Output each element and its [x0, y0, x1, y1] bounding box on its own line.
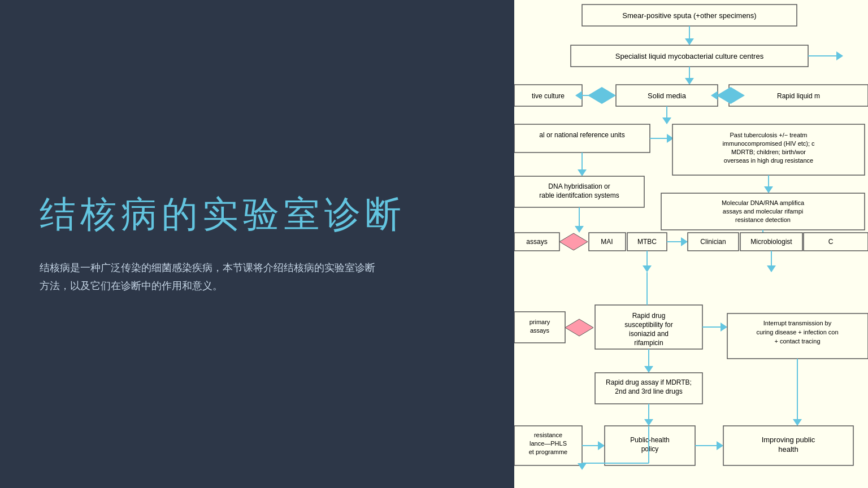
svg-text:lance—PHLS: lance—PHLS [530, 440, 567, 447]
svg-text:isoniazid and: isoniazid and [629, 330, 669, 338]
svg-text:Improving public: Improving public [762, 435, 815, 444]
svg-text:Interrupt transmission by: Interrupt transmission by [763, 320, 832, 326]
svg-text:al or national reference units: al or national reference units [539, 131, 624, 139]
svg-text:C: C [828, 238, 834, 246]
svg-text:et programme: et programme [529, 448, 567, 455]
svg-text:MTBC: MTBC [637, 238, 657, 246]
left-panel: 结核病的实验室诊断 结核病是一种广泛传染的细菌感染疾病，本节课将介绍结核病的实验… [0, 0, 514, 488]
svg-text:Public-health: Public-health [630, 436, 669, 444]
svg-text:immunocompromised (HIV etc); c: immunocompromised (HIV etc); c [722, 140, 815, 147]
svg-text:Rapid drug assay if MDRTB;: Rapid drug assay if MDRTB; [606, 378, 692, 386]
svg-text:curing disease + infection con: curing disease + infection con [756, 329, 838, 336]
subtitle-line1: 结核病是一种广泛传染的细菌感染疾病，本节课将介绍结核病的实验室诊断 [40, 262, 375, 273]
svg-text:overseas in high drug resistan: overseas in high drug resistance [724, 157, 813, 164]
svg-text:resistance: resistance [534, 432, 562, 438]
svg-text:rifampicin: rifampicin [634, 339, 663, 347]
svg-text:assays: assays [530, 327, 550, 334]
main-title: 结核病的实验室诊断 [40, 193, 475, 236]
svg-text:assays and molecular rifampi: assays and molecular rifampi [723, 208, 803, 215]
right-panel: Smear-positive sputa (+other specimens) … [514, 0, 868, 488]
svg-text:Microbiologist: Microbiologist [750, 238, 792, 246]
svg-text:+ contact tracing: + contact tracing [774, 338, 820, 345]
svg-rect-62 [804, 233, 868, 251]
svg-text:tive culture: tive culture [532, 92, 565, 100]
svg-text:Smear-positive sputa (+other s: Smear-positive sputa (+other specimens) [622, 11, 756, 20]
svg-text:assays: assays [526, 238, 547, 246]
subtitle-line2: 方法，以及它们在诊断中的作用和意义。 [40, 280, 223, 291]
subtitle: 结核病是一种广泛传染的细菌感染疾病，本节课将介绍结核病的实验室诊断 方法，以及它… [40, 259, 390, 295]
svg-text:DNA hybridisation or: DNA hybridisation or [548, 182, 610, 190]
svg-text:health: health [778, 445, 798, 454]
svg-text:Molecular DNA/RNA amplifica: Molecular DNA/RNA amplifica [722, 199, 805, 206]
svg-text:Rapid drug: Rapid drug [632, 312, 666, 320]
svg-text:Rapid liquid m: Rapid liquid m [777, 92, 820, 100]
svg-text:MDRTB; children; birth/wor: MDRTB; children; birth/wor [731, 149, 806, 155]
svg-text:primary: primary [530, 319, 550, 325]
svg-text:Past tuberculosis +/− treatm: Past tuberculosis +/− treatm [730, 132, 808, 138]
svg-text:resistance detection: resistance detection [735, 216, 791, 223]
svg-text:policy: policy [641, 445, 659, 453]
svg-text:2nd and 3rd line drugs: 2nd and 3rd line drugs [615, 387, 682, 395]
svg-text:susceptibility for: susceptibility for [624, 321, 672, 329]
svg-text:Specialist liquid mycobacteria: Specialist liquid mycobacterial culture … [615, 52, 764, 60]
svg-text:Clinician: Clinician [700, 238, 726, 246]
svg-text:Solid media: Solid media [648, 91, 687, 100]
svg-text:rable identifcation systems: rable identifcation systems [539, 191, 619, 199]
svg-text:MAI: MAI [601, 238, 613, 246]
